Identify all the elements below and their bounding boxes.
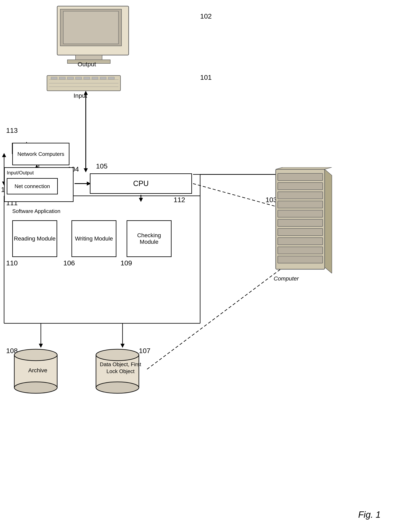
io-box: Input/Output Net connection xyxy=(4,167,74,202)
svg-point-63 xyxy=(14,382,57,393)
reading-module-label: Reading Module xyxy=(14,236,56,242)
ref-102: 102 xyxy=(200,12,212,20)
svg-line-37 xyxy=(147,265,286,369)
ref-110: 110 xyxy=(6,259,18,267)
svg-point-62 xyxy=(14,349,57,361)
svg-rect-58 xyxy=(278,256,323,263)
svg-rect-11 xyxy=(67,77,74,79)
net-connection-label: Net connection xyxy=(14,183,50,189)
ref-109: 109 xyxy=(120,259,132,267)
svg-rect-13 xyxy=(84,77,90,79)
checking-module-label: Checking Module xyxy=(127,232,171,245)
fig-label: Fig. 1 xyxy=(358,510,381,520)
diagram-arrows xyxy=(0,0,397,532)
svg-rect-14 xyxy=(92,77,98,79)
writing-module-label: Writing Module xyxy=(75,236,113,242)
input-label: Input xyxy=(74,92,87,99)
svg-point-65 xyxy=(96,349,139,361)
net-connection-box: Net connection xyxy=(7,178,58,194)
reading-module-box: Reading Module xyxy=(12,220,57,257)
ref-112: 112 xyxy=(174,196,185,204)
svg-rect-10 xyxy=(59,77,65,79)
cpu-label: CPU xyxy=(133,179,149,188)
svg-rect-0 xyxy=(57,6,129,55)
svg-rect-5 xyxy=(47,75,120,91)
svg-rect-52 xyxy=(278,201,323,208)
svg-rect-57 xyxy=(278,247,323,254)
svg-rect-55 xyxy=(278,229,323,236)
ref-113: 113 xyxy=(6,127,18,134)
svg-point-66 xyxy=(96,382,139,393)
svg-rect-56 xyxy=(278,238,323,245)
svg-marker-19 xyxy=(84,168,88,172)
svg-rect-16 xyxy=(108,77,114,79)
svg-marker-22 xyxy=(2,153,6,157)
network-computers-label: Network Computers xyxy=(17,151,64,157)
svg-rect-49 xyxy=(278,173,323,181)
svg-marker-59 xyxy=(325,169,332,273)
cpu-box: CPU xyxy=(90,173,192,194)
ref-105: 105 xyxy=(96,162,108,170)
svg-rect-54 xyxy=(278,219,323,226)
ref-101: 101 xyxy=(200,73,212,81)
svg-rect-12 xyxy=(75,77,82,79)
output-label: Output xyxy=(78,61,96,68)
archive-label: Archive xyxy=(19,367,56,374)
svg-rect-1 xyxy=(60,9,122,46)
svg-rect-2 xyxy=(63,11,118,44)
checking-module-box: Checking Module xyxy=(127,220,172,257)
network-computers-box: Network Computers xyxy=(12,143,69,165)
ref-106: 106 xyxy=(63,259,75,267)
svg-rect-51 xyxy=(278,192,323,199)
server-sketch xyxy=(272,167,333,273)
data-object-label: Data Object, First Lock Object xyxy=(98,361,143,375)
svg-rect-15 xyxy=(100,77,106,79)
writing-module-box: Writing Module xyxy=(71,220,116,257)
svg-rect-3 xyxy=(75,55,102,60)
svg-rect-9 xyxy=(51,77,57,79)
svg-marker-60 xyxy=(276,167,332,169)
computer-label: Computer xyxy=(274,275,299,282)
diagram: 102 101 113 104 105 103 111 112 110 106 … xyxy=(0,0,397,532)
input-output-label: Input/Output xyxy=(7,170,34,176)
svg-rect-53 xyxy=(278,210,323,217)
svg-rect-50 xyxy=(278,182,323,190)
software-app-label: Software Application xyxy=(12,208,61,214)
svg-marker-30 xyxy=(139,198,143,202)
